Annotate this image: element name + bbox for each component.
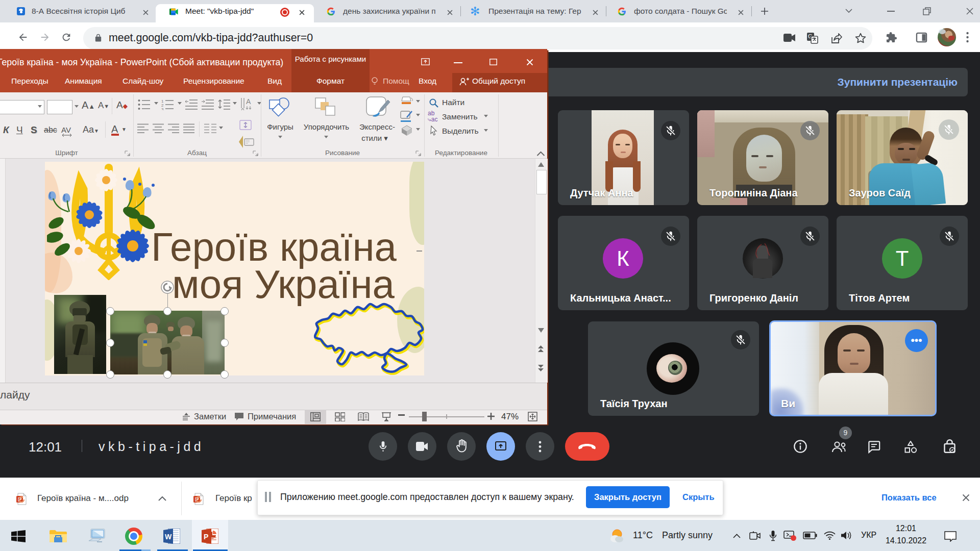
svg-text:3: 3 — [161, 107, 164, 110]
svg-text:P: P — [204, 533, 208, 541]
svg-text:W: W — [165, 533, 172, 541]
svg-text:А: А — [246, 97, 251, 106]
